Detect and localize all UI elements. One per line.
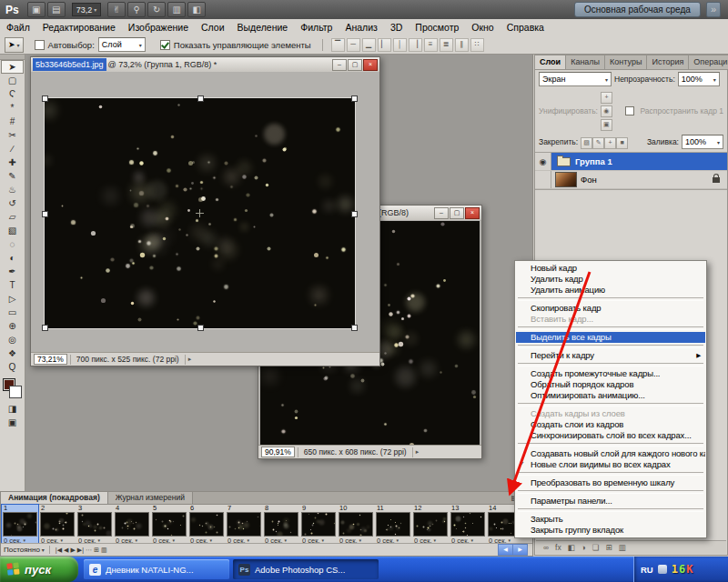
hand-icon[interactable]: ✌ [107,2,126,17]
panel-tab[interactable]: Анимация (покадровая) [1,492,108,504]
lock-transparency-icon[interactable]: ▨ [581,137,592,149]
layer-effects-icon[interactable]: fx [555,543,561,552]
menu-item[interactable]: Выделение [231,19,295,35]
adjustment-layer-icon[interactable]: ◑ [581,543,586,552]
tray-icon[interactable] [658,565,667,574]
delete-frame-button[interactable]: ▥ [100,547,108,553]
menu-item[interactable]: Окно [465,19,500,35]
lock-all-icon[interactable]: ■ [616,137,628,149]
workspace-button[interactable]: Основная рабочая среда [574,2,701,17]
eyedropper-tool[interactable]: ∕ [1,142,24,156]
start-button[interactable]: пуск [0,557,78,582]
visibility-toggle[interactable]: ◉ [535,153,551,170]
screen-mode-cycle-icon[interactable]: ▣ [1,416,24,429]
zoom-tool[interactable]: Q [1,360,24,374]
animation-frame[interactable]: 4 0 сек. ▾ [114,505,150,544]
maximize-button[interactable]: ▢ [450,207,464,219]
status-arrow-icon[interactable]: ▸ [416,448,420,456]
first-frame-button[interactable]: |◀ [55,547,63,553]
document-canvas[interactable] [31,72,379,353]
play-button[interactable]: ▶ [69,547,76,553]
minimize-button[interactable]: – [434,207,449,219]
panel-grip[interactable] [0,54,25,60]
visibility-toggle[interactable]: ◉ [535,171,551,188]
zoom-level-field[interactable]: 73,2 ▾ [72,3,102,16]
animation-frame[interactable]: 9 0 сек. ▾ [300,505,337,544]
minimize-button[interactable]: – [332,59,347,71]
layer-group-1[interactable]: ◉ Группа 1 [535,153,727,171]
loop-select[interactable]: Постоянно ▾ [4,546,45,554]
align-top-icon[interactable]: ▔ [331,38,345,52]
unify-visibility-icon[interactable]: ◉ [601,105,612,117]
distribute-vcenter-icon[interactable]: ≣ [440,38,453,52]
status-arrow-icon[interactable]: ▸ [188,356,192,363]
context-menu-item[interactable]: Синхронизировать слой во всех кадрах... [516,430,705,441]
context-menu-item[interactable]: Создать кадры из слоев [516,408,705,419]
show-controls-checkbox[interactable] [160,40,170,50]
menu-item[interactable]: Фильтр [294,19,339,35]
unify-position-icon[interactable]: + [601,92,612,104]
autoselect-target-select[interactable]: Слой ▾ [98,37,146,52]
context-menu-item[interactable] [518,345,703,348]
animation-frame[interactable]: 1 0 сек. ▾ [2,505,38,544]
blur-tool[interactable]: ◌ [1,237,24,251]
clone-stamp-tool[interactable]: ♨ [1,183,24,196]
history-brush-tool[interactable]: ↺ [1,196,24,210]
align-bottom-icon[interactable]: ▁ [362,38,376,52]
close-button[interactable]: × [363,59,378,71]
context-menu-item[interactable] [518,508,703,512]
link-layers-icon[interactable]: ∞ [543,543,549,552]
horizontal-scrollbar[interactable]: ◀ ▶ [498,544,528,556]
task-photoshop[interactable]: Ps Adobe Photoshop CS... [233,559,379,579]
context-menu-item[interactable] [518,403,703,406]
zoom-field[interactable]: 73,21% [34,354,67,365]
view-extras-icon[interactable]: ▤ [47,2,66,17]
brush-tool[interactable]: ✎ [1,169,24,183]
lock-pixels-icon[interactable]: ✎ [592,137,604,149]
context-menu-item[interactable]: Вставить кадр... [516,314,705,325]
align-hcenter-icon[interactable]: │ [393,38,407,52]
context-menu-item[interactable]: Оптимизировать анимацию... [516,390,705,401]
lock-position-icon[interactable]: + [604,137,616,149]
menu-item[interactable]: Редактирование [36,19,122,35]
context-menu-item[interactable]: Закрыть группу вкладок [516,525,705,536]
eraser-tool[interactable]: ▱ [1,210,24,224]
3d-rotate-tool[interactable]: ⊕ [1,319,24,333]
transform-handle[interactable] [197,325,204,331]
new-layer-icon[interactable]: ⊞ [605,543,612,552]
context-menu-item[interactable]: Закрыть [516,514,705,525]
context-menu-item[interactable] [518,326,703,330]
panel-tab[interactable]: Журнал измерений [108,492,193,504]
animation-frame[interactable]: 10 0 сек. ▾ [338,505,374,544]
duplicate-frame-button[interactable]: ⊞ [93,547,100,553]
context-menu-item[interactable]: ✓ Новые слои видимы во всех кадрах [516,459,705,470]
transform-handle[interactable] [197,95,204,102]
animation-frame[interactable]: 5 0 сек. ▾ [151,505,187,544]
animation-frame[interactable]: 12 0 сек. ▾ [412,505,449,544]
scroll-left-icon[interactable]: ◀ [499,545,512,555]
quick-selection-tool[interactable]: * [1,101,24,115]
quick-mask-icon[interactable]: ◨ [1,402,24,416]
healing-brush-tool[interactable]: ✚ [1,156,24,169]
hand-tool[interactable]: ❖ [1,346,24,360]
context-menu-item[interactable]: Скопировать кадр [516,303,705,314]
crop-tool[interactable]: # [1,115,24,128]
align-vcenter-icon[interactable]: ─ [347,38,360,52]
menu-item[interactable]: Справка [500,19,551,35]
arrange-documents-icon[interactable]: ▥ [167,2,186,17]
pen-tool[interactable]: ✒ [1,265,24,278]
blend-mode-select[interactable]: Экран ▾ [539,72,612,86]
animation-frame[interactable]: 6 0 сек. ▾ [188,505,225,544]
rotate-view-icon[interactable]: ↻ [147,2,166,17]
document-titlebar[interactable]: 5b33646b5ed1.jpg @ 73,2% (Группа 1, RGB/… [31,57,379,73]
context-menu-item[interactable] [518,443,703,447]
context-menu-item[interactable] [518,472,703,476]
context-menu-item[interactable] [518,297,703,301]
menu-item[interactable]: Слои [195,19,231,35]
context-menu-item[interactable]: Выделить все кадры [516,332,705,343]
menu-item[interactable]: 3D [384,19,409,35]
distribute-top-icon[interactable]: ≡ [424,38,438,52]
path-selection-tool[interactable]: ▷ [1,292,24,306]
layer-fon[interactable]: ◉ Фон [535,171,727,189]
animation-frame[interactable]: 11 0 сек. ▾ [375,505,411,544]
